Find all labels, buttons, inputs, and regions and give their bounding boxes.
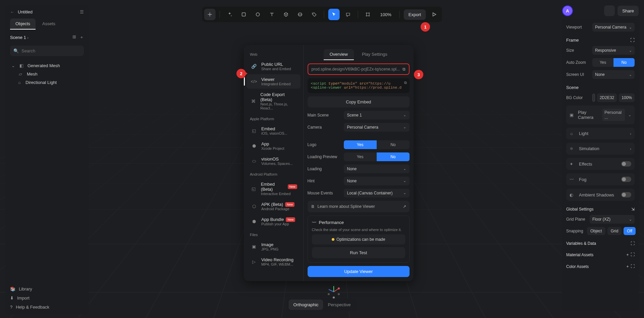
run-test-button[interactable]: Run Test — [312, 247, 405, 258]
export-video[interactable]: ▷ Video RecordingMP4, GIF, WEBM... — [247, 255, 301, 269]
snap-grid[interactable]: Grid — [607, 227, 622, 235]
orientation-gizmo[interactable] — [325, 283, 342, 300]
viewport-select[interactable]: Personal Camera⌄ — [592, 23, 635, 32]
text-tool-icon[interactable] — [266, 9, 278, 20]
loading-select[interactable]: None⌄ — [344, 165, 410, 173]
screenui-select[interactable]: None⌄ — [592, 70, 635, 79]
export-apk[interactable]: ⬡ APK (Beta)NewAndroid Package — [247, 199, 301, 214]
camera-select[interactable]: Personal Camera⌄ — [344, 123, 410, 132]
tab-assets[interactable]: Assets — [37, 18, 61, 30]
add-icon[interactable]: ＋ — [626, 252, 630, 257]
hint-select[interactable]: None⌄ — [344, 177, 410, 185]
size-select[interactable]: Responsive⌄ — [592, 46, 635, 55]
bg-color-alpha[interactable]: 100% — [619, 93, 635, 102]
snap-object[interactable]: Object — [587, 227, 605, 235]
bg-color-hex[interactable]: 2D2E32 — [597, 93, 617, 102]
frame-tool-icon[interactable] — [362, 9, 374, 20]
export-app[interactable]: ⬢ AppXcode Project — [247, 139, 301, 153]
snap-off[interactable]: Off — [624, 227, 636, 235]
avatar[interactable]: A — [562, 5, 573, 16]
export-visionos[interactable]: ⬭ visionOSVolumes, Spaces... — [247, 154, 301, 168]
color-assets-section[interactable]: Color Assets＋ ⛶ — [566, 261, 635, 269]
embed-code[interactable]: <script type="module" src="https://u <sp… — [308, 78, 410, 93]
export-app-bundle[interactable]: ⬢ App BundleNewPublish your App — [247, 214, 301, 229]
share-button[interactable]: Share — [618, 6, 639, 16]
copy-code-icon[interactable]: ⧉ — [404, 81, 407, 85]
grid-view-icon[interactable]: ⊞ — [72, 34, 76, 40]
effects-row[interactable]: ✦Effects — [566, 158, 635, 170]
play-button[interactable] — [428, 9, 440, 20]
mouse-events-select[interactable]: Local (Canvas Container)⌄ — [344, 189, 410, 197]
export-code[interactable]: ⌘ Code Export (Beta)Next.js, Three.js, R… — [247, 89, 301, 113]
add-button[interactable] — [204, 9, 216, 20]
warning-dot-icon — [332, 238, 334, 241]
tag-tool-icon[interactable] — [309, 9, 320, 20]
expand-icon[interactable]: ⛶ — [631, 241, 635, 246]
add-icon[interactable]: ＋ — [626, 264, 630, 269]
shadows-switch[interactable] — [621, 192, 631, 197]
package-icon: ⬡ — [250, 202, 258, 211]
comment-tool-icon[interactable] — [342, 9, 354, 20]
tab-play-settings[interactable]: Play Settings — [356, 49, 393, 60]
library-button[interactable]: 📚Library — [10, 286, 84, 291]
play-camera-row[interactable]: ▣ Play Camera Personal ... ⌄ — [566, 105, 635, 124]
main-scene-select[interactable]: Scene 1⌄ — [344, 111, 410, 120]
settings-expand-icon[interactable]: ⇲ — [631, 207, 635, 212]
copy-embed-button[interactable]: Copy Embed — [308, 96, 410, 107]
add-scene-icon[interactable]: ＋ — [79, 34, 84, 40]
import-button[interactable]: ⬇Import — [10, 296, 84, 301]
viewer-url-box[interactable]: prod.spline.design/V69kBC-pcjEZx-tq/scen… — [308, 63, 410, 75]
expand-icon[interactable]: ⛶ — [631, 264, 635, 269]
autozoom-toggle[interactable]: Yes No — [592, 58, 635, 67]
help-button[interactable]: ?Help & Feedback — [10, 305, 84, 310]
export-button[interactable]: Export — [404, 9, 426, 20]
search-box[interactable]: 🔍 — [10, 46, 84, 56]
chevron-down-icon[interactable]: ⌄ — [11, 63, 17, 68]
export-image[interactable]: ▣ ImageJPG, PNG — [247, 239, 301, 254]
rectangle-tool-icon[interactable] — [238, 9, 250, 20]
export-viewer[interactable]: </> ViewerIntegrated Embed — [247, 74, 301, 89]
export-embed-android[interactable]: ◱ Embed (Beta)NewInteractive Embed — [247, 179, 301, 198]
circle-tool-icon[interactable] — [252, 9, 264, 20]
bg-color-swatch[interactable] — [592, 94, 595, 102]
fog-switch[interactable] — [621, 177, 631, 182]
copy-url-icon[interactable]: ⧉ — [402, 67, 406, 72]
svg-point-4 — [313, 13, 314, 14]
ambient-shadows-row[interactable]: ◐Ambient Shadows — [566, 189, 635, 201]
doc-title[interactable]: Untitled — [18, 9, 76, 14]
invite-icon[interactable] — [604, 5, 615, 16]
tab-objects[interactable]: Objects — [10, 18, 36, 30]
variables-section[interactable]: Variables & Data⛶ — [566, 238, 635, 246]
tree-item-directional-light[interactable]: ☼ Directional Light — [10, 78, 84, 87]
expand-icon[interactable]: ⛶ — [630, 38, 635, 43]
tab-overview[interactable]: Overview — [324, 49, 354, 60]
material-assets-section[interactable]: Material Assets＋ ⛶ — [566, 249, 635, 258]
back-icon[interactable]: ← — [10, 9, 14, 14]
effects-switch[interactable] — [621, 161, 631, 167]
cube-tool-icon[interactable] — [280, 9, 292, 20]
export-public-url[interactable]: 🔗 Public URLShare and Embed — [247, 59, 301, 74]
tree-item-mesh[interactable]: ▱ Mesh — [10, 70, 84, 78]
camera-icon: ▣ — [570, 112, 575, 118]
fog-row[interactable]: 〰Fog — [566, 173, 635, 185]
update-viewer-button[interactable]: Update Viewer — [308, 266, 410, 277]
gridplane-select[interactable]: Floor (XZ)⌄ — [590, 215, 635, 224]
cursor-tool-icon[interactable] — [328, 9, 340, 20]
learn-more-link[interactable]: 🗎 Learn more about Spline Viewer ↗ — [308, 201, 410, 212]
orthographic-button[interactable]: Orthographic — [288, 300, 323, 310]
image-icon: ▣ — [250, 243, 258, 251]
light-row[interactable]: ☼Light› — [566, 128, 635, 139]
tree-item-generated-mesh[interactable]: ⌄ ◧ Generated Mesh — [10, 61, 84, 70]
search-input[interactable] — [21, 48, 80, 53]
logo-toggle: YesNo — [344, 140, 410, 149]
perspective-button[interactable]: Perspective — [323, 300, 356, 310]
code-icon: </> — [250, 78, 258, 86]
ai-tool-icon[interactable] — [224, 9, 235, 20]
expand-icon[interactable]: ⛶ — [631, 252, 635, 257]
export-embed-apple[interactable]: ◱ EmbediOS, visionOS... — [247, 124, 301, 138]
simulation-row[interactable]: ⚛Simulation› — [566, 143, 635, 154]
scene-label[interactable]: Scene 1 › — [10, 35, 29, 40]
zoom-level[interactable]: 100% — [376, 12, 395, 17]
sphere-tool-icon[interactable] — [294, 9, 306, 20]
menu-icon[interactable]: ☰ — [80, 9, 84, 14]
